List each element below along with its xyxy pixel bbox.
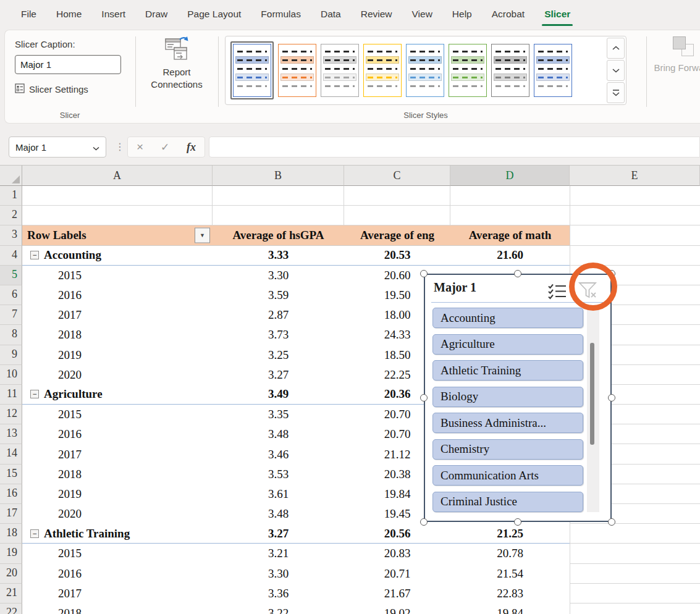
pivot-cell-B21[interactable]: 3.36 (213, 584, 344, 603)
slicer-resize-handle[interactable] (608, 394, 615, 402)
slicer-resize-handle[interactable] (420, 394, 428, 402)
cell-E22[interactable] (570, 603, 700, 614)
ribbon-tab-insert[interactable]: Insert (91, 0, 135, 28)
ribbon-tab-review[interactable]: Review (351, 0, 402, 28)
report-connections-button[interactable]: Report Connections (137, 35, 216, 91)
pivot-cell-B16[interactable]: 3.61 (213, 484, 344, 504)
enter-icon[interactable]: ✓ (161, 141, 169, 154)
gallery-scroll-down-button[interactable] (607, 60, 625, 81)
row-header-16[interactable]: 16 (0, 484, 22, 504)
pivot-cell-B5[interactable]: 3.30 (213, 266, 344, 285)
cell-E18[interactable] (570, 524, 700, 544)
slicer-caption-input[interactable] (15, 55, 121, 74)
row-header-9[interactable]: 9 (0, 345, 22, 365)
row-header-14[interactable]: 14 (0, 444, 22, 464)
row-header-4[interactable]: 4 (0, 246, 22, 266)
column-header-C[interactable]: C (344, 166, 450, 186)
pivot-cell-B18[interactable]: 3.27 (213, 524, 344, 544)
row-header-3[interactable]: 3 (0, 225, 22, 245)
slicer-settings-button[interactable]: Slicer Settings (15, 83, 88, 95)
name-box-dropdown-icon[interactable] (93, 142, 99, 153)
slicer-item-agriculture[interactable]: Agriculture (432, 334, 583, 355)
row-header-7[interactable]: 7 (0, 305, 22, 325)
ribbon-tab-formulas[interactable]: Formulas (251, 0, 311, 28)
pivot-cell-B20[interactable]: 3.30 (213, 564, 344, 584)
row-labels-filter-dropdown[interactable]: ▼ (195, 227, 210, 243)
multi-select-icon[interactable] (547, 284, 567, 302)
slicer-resize-handle[interactable] (514, 270, 521, 277)
slicer-style-yellow[interactable] (363, 44, 402, 97)
pivot-cell-C18[interactable]: 20.56 (344, 524, 450, 544)
cell-E20[interactable] (570, 564, 700, 584)
slicer-style-orange[interactable] (278, 44, 316, 97)
pivot-cell-C19[interactable]: 20.83 (344, 544, 450, 563)
column-header-A[interactable]: A (22, 166, 213, 186)
column-header-D[interactable]: D (450, 166, 570, 186)
ribbon-tab-page-layout[interactable]: Page Layout (177, 0, 251, 28)
cell-E19[interactable] (570, 544, 700, 563)
formula-bar-splitter-icon[interactable]: ⋮ (115, 141, 125, 153)
row-header-2[interactable]: 2 (0, 206, 22, 225)
ribbon-tab-draw[interactable]: Draw (135, 0, 177, 28)
gallery-scroll-up-button[interactable] (607, 38, 625, 59)
slicer-resize-handle[interactable] (420, 270, 428, 277)
row-header-10[interactable]: 10 (0, 365, 22, 385)
collapse-group-icon[interactable]: − (30, 251, 39, 259)
pivot-cell-D21[interactable]: 22.83 (450, 584, 570, 603)
slicer-style-blue-selected[interactable] (230, 41, 274, 99)
row-header-11[interactable]: 11 (0, 385, 22, 405)
pivot-cell-B22[interactable]: 3.22 (213, 603, 344, 614)
ribbon-tab-view[interactable]: View (402, 0, 442, 28)
pivot-cell-C21[interactable]: 21.67 (344, 584, 450, 603)
row-header-17[interactable]: 17 (0, 504, 22, 524)
pivot-cell-C22[interactable]: 19.02 (344, 603, 450, 614)
ribbon-tab-slicer[interactable]: Slicer (534, 0, 580, 28)
pivot-cell-D22[interactable]: 19.84 (450, 603, 570, 614)
slicer-item-biology[interactable]: Biology (432, 387, 583, 407)
pivot-cell-B9[interactable]: 3.25 (213, 345, 344, 365)
pivot-cell-D4[interactable]: 21.60 (450, 246, 570, 266)
ribbon-tab-file[interactable]: File (11, 0, 46, 28)
collapse-group-icon[interactable]: − (30, 390, 39, 398)
row-header-20[interactable]: 20 (0, 564, 22, 584)
pivot-cell-B7[interactable]: 2.87 (213, 305, 344, 325)
cell-E1[interactable] (570, 186, 700, 206)
pivot-cell-B6[interactable]: 3.59 (213, 285, 344, 305)
pivot-cell-D20[interactable]: 21.54 (450, 564, 570, 584)
slicer-scrollbar-thumb[interactable] (590, 343, 594, 445)
ribbon-tab-acrobat[interactable]: Acrobat (482, 0, 534, 28)
cell-E3[interactable] (570, 225, 700, 245)
slicer-item-accounting[interactable]: Accounting (432, 308, 583, 328)
slicer-item-chemistry[interactable]: Chemistry (432, 439, 583, 460)
ribbon-tab-home[interactable]: Home (46, 0, 91, 28)
slicer-style-light-blue[interactable] (406, 44, 444, 97)
pivot-cell-B15[interactable]: 3.53 (213, 465, 344, 484)
slicer-style-dark-gray[interactable] (491, 44, 529, 97)
gallery-more-styles-button[interactable] (607, 82, 625, 103)
pivot-cell-B19[interactable]: 3.21 (213, 544, 344, 563)
slicer-style-blue-banded[interactable] (534, 44, 572, 97)
slicer-item-criminal-justice[interactable]: Criminal Justice (432, 492, 583, 512)
cell-E2[interactable] (570, 206, 700, 225)
slicer-item-communication-arts[interactable]: Communication Arts (432, 465, 583, 486)
pivot-cell-B12[interactable]: 3.35 (213, 405, 344, 424)
pivot-cell-B17[interactable]: 3.48 (213, 504, 344, 524)
row-header-13[interactable]: 13 (0, 424, 22, 444)
ribbon-tab-help[interactable]: Help (442, 0, 482, 28)
row-header-22[interactable]: 22 (0, 603, 22, 614)
row-header-15[interactable]: 15 (0, 465, 22, 484)
select-all-corner[interactable] (0, 166, 22, 186)
pivot-cell-B8[interactable]: 3.73 (213, 325, 344, 345)
row-header-12[interactable]: 12 (0, 405, 22, 424)
insert-function-icon[interactable]: fx (187, 141, 196, 154)
formula-input[interactable] (209, 137, 700, 158)
slicer-resize-handle[interactable] (420, 518, 428, 526)
pivot-cell-B13[interactable]: 3.48 (213, 424, 344, 444)
row-header-18[interactable]: 18 (0, 524, 22, 544)
slicer-style-green[interactable] (449, 44, 487, 97)
slicer-resize-handle[interactable] (608, 518, 615, 526)
slicer-resize-handle[interactable] (514, 518, 521, 526)
column-header-B[interactable]: B (213, 166, 344, 186)
row-header-8[interactable]: 8 (0, 325, 22, 345)
row-header-1[interactable]: 1 (0, 186, 22, 206)
